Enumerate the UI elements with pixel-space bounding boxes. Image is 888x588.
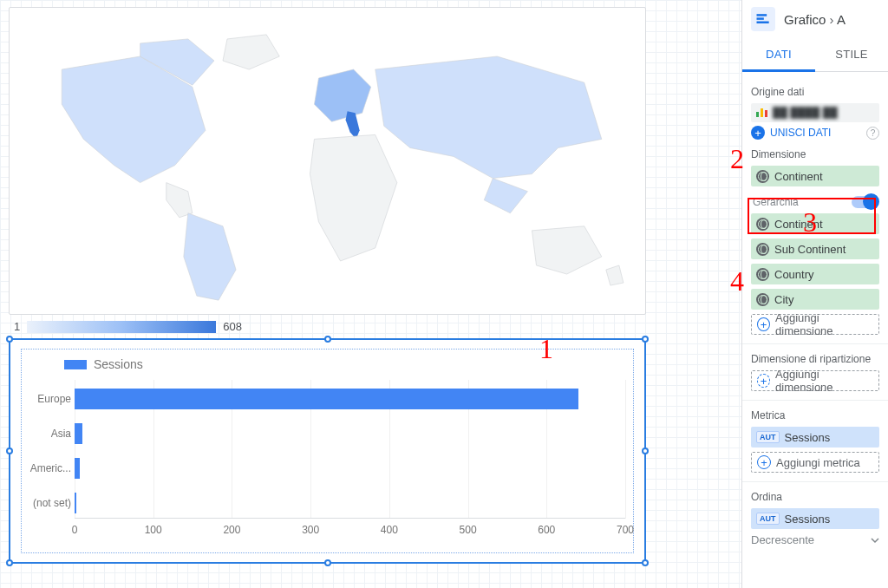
chart-type-icon[interactable] [751,7,775,31]
globe-icon [756,170,769,183]
x-tick: 200 [223,524,240,536]
data-panel: Origine dati ██ ████ ██ + UNISCI DATI ? … [742,72,888,588]
dimension-chip-continent-top[interactable]: Continent [751,166,879,186]
chart-plot-area: 0100200300400500600700EuropeAsiaAmeric..… [75,380,625,536]
report-canvas[interactable]: 1 608 Sessions 0100200300400500600700Eur… [0,0,741,588]
y-label: Europe [28,393,71,405]
bar-chart[interactable]: Sessions 0100200300400500600700EuropeAsi… [9,338,646,564]
section-sort-label: Ordina [751,491,879,503]
svg-rect-2 [757,22,769,24]
chevron-down-icon [871,536,879,545]
plus-icon: + [757,317,770,331]
breadcrumb: Grafico › A [742,0,888,39]
x-tick: 300 [302,524,319,536]
plus-icon: + [757,455,771,469]
y-label: (not set) [28,497,71,509]
section-breakdown-label: Dimensione di ripartizione [751,353,879,365]
resize-handle[interactable] [6,336,13,343]
dimension-chip-city[interactable]: City [751,289,879,310]
aut-badge: AUT [756,513,780,525]
plus-icon: + [757,374,770,388]
legend-swatch [64,360,87,369]
world-map-svg [10,8,645,314]
y-label: Asia [28,428,71,440]
merge-data-button[interactable]: + UNISCI DATI ? [751,126,879,140]
aut-badge: AUT [756,431,780,443]
resize-handle[interactable] [324,336,331,343]
svg-rect-0 [757,14,767,16]
bar-americ[interactable] [75,458,80,479]
plus-icon: + [751,126,765,140]
bar-notset[interactable] [75,493,76,513]
bar-europe[interactable] [75,389,578,409]
resize-handle[interactable] [642,559,649,566]
legend-gradient [27,321,216,333]
resize-handle[interactable] [6,448,13,454]
section-source-label: Origine dati [751,86,879,98]
legend-label: Sessions [94,357,143,371]
globe-icon [756,268,769,281]
y-label: Americ... [28,462,71,474]
chart-legend: Sessions [64,357,629,371]
dimension-chip-sub-continent[interactable]: Sub Continent [751,238,879,259]
bar-chart-icon [754,10,772,28]
x-tick: 0 [72,524,78,536]
data-source-name: ██ ████ ██ [773,107,838,119]
x-tick: 100 [145,524,162,536]
section-metric-label: Metrica [751,409,879,421]
add-breakdown-button[interactable]: + Aggiungi dimensione [751,370,879,391]
tab-style[interactable]: STILE [815,39,888,71]
svg-rect-1 [757,17,764,20]
legend-max: 608 [223,320,242,333]
resize-handle[interactable] [642,336,649,343]
x-tick: 500 [460,524,477,536]
help-icon[interactable]: ? [866,127,879,140]
section-dimension-label: Dimensione [751,148,879,160]
hierarchy-row: Gerarchia [751,191,879,213]
bar-asia[interactable] [75,423,82,444]
hierarchy-label: Gerarchia [753,196,799,208]
add-dimension-button[interactable]: + Aggiungi dimensione [751,314,879,335]
sidebar-tabs: DATI STILE [742,39,888,72]
properties-sidebar: Grafico › A DATI STILE Origine dati ██ █… [741,0,888,588]
sort-chip-sessions[interactable]: AUT Sessions [751,508,879,529]
tab-data[interactable]: DATI [742,39,815,72]
data-source-chip[interactable]: ██ ████ ██ [751,103,879,122]
sort-order-select[interactable]: Decrescente [751,533,879,546]
breadcrumb-text: Grafico › A [784,12,846,27]
resize-handle[interactable] [324,559,331,566]
globe-icon [756,243,769,256]
resize-handle[interactable] [642,448,649,454]
globe-icon [756,218,769,231]
x-tick: 400 [381,524,398,536]
x-tick: 600 [538,524,555,536]
add-metric-button[interactable]: + Aggiungi metrica [751,452,879,473]
legend-min: 1 [14,320,20,333]
hierarchy-toggle[interactable] [852,196,878,208]
resize-handle[interactable] [6,559,13,566]
ga-icon [756,107,769,120]
map-legend: 1 608 [14,320,733,333]
x-tick: 700 [617,524,634,536]
geo-map-chart[interactable] [9,7,646,315]
metric-chip-sessions[interactable]: AUT Sessions [751,427,879,448]
dimension-chip-country[interactable]: Country [751,264,879,284]
globe-icon [756,293,769,306]
dimension-chip-continent[interactable]: Continent [751,213,879,234]
